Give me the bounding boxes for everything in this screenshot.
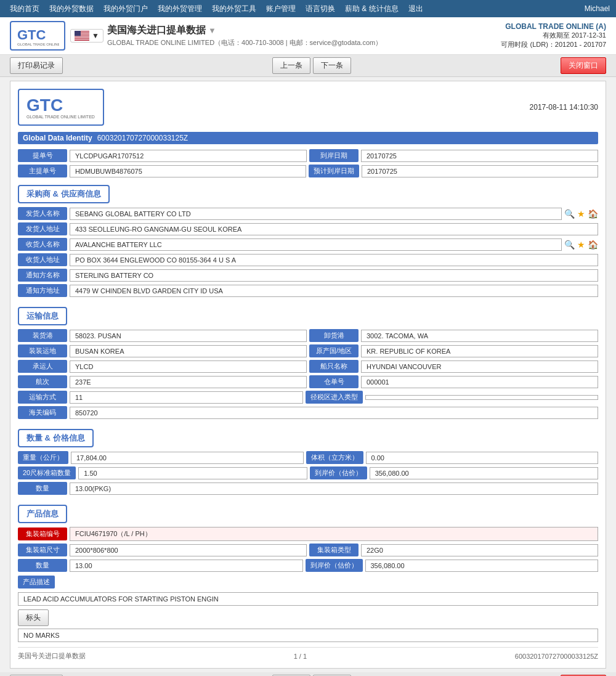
nav-home[interactable]: 我的首页 (6, 2, 43, 15)
prev-button[interactable]: 上一条 (272, 57, 310, 74)
transport-mode-label: 运输方式 (18, 391, 67, 404)
product-header: 产品信息 (18, 505, 67, 523)
notify-name-value: STERLING BATTERY CO (70, 269, 598, 282)
buyer-supplier-section: 采购商 & 供应商信息 发货人名称 SEBANG GLOBAL BATTERY … (18, 180, 598, 297)
toolbar-right: 关闭窗口 (561, 57, 606, 74)
doc-footer-id: 600320170727000033125Z (515, 653, 598, 660)
volume-value: 0.00 (366, 452, 599, 464)
origin-value: KR. REPUBLIC OF KOREA (361, 345, 598, 357)
print-button[interactable]: 打印易记录 (10, 57, 63, 74)
notify-addr-row: 通知方地址 4479 W CHINDEN BLVD GARDEN CITY ID… (18, 284, 598, 297)
svg-rect-7 (75, 38, 89, 38)
container-size-label: 集装箱尺寸 (18, 544, 67, 556)
contact-info: GTC GLOBAL TRADE ONLINE LIMITED（电话：400-7… (107, 38, 382, 47)
nav-account[interactable]: 账户管理 (262, 2, 299, 15)
consignee-home-icon[interactable]: 🏠 (588, 240, 598, 250)
est-arrival-value: 20170725 (362, 165, 598, 177)
weight-value: 17,804.00 (71, 452, 304, 464)
nav-language[interactable]: 语言切换 (302, 2, 339, 15)
nav-links: 我的首页 我的外贸数据 我的外贸门户 我的外贸管理 我的外贸工具 账户管理 语言… (6, 2, 427, 15)
discharge-port-value: 3002. TACOMA, WA (361, 330, 598, 342)
description-value: LEAD ACID ACCUMULATORS FOR STARTING PIST… (18, 592, 598, 606)
container-no-value: FCIU4671970（/L / PH） (70, 527, 598, 541)
close-button[interactable]: 关闭窗口 (561, 57, 606, 74)
voyage-label: 航次 (18, 375, 67, 388)
svg-rect-6 (75, 36, 89, 36)
expire-info: 有效期至 2017-12-31 (501, 31, 606, 40)
notify-name-label: 通知方名称 (18, 269, 67, 282)
shipper-addr-row: 发货人地址 433 SEOLLEUNG-RO GANGNAM-GU SEOUL … (18, 222, 598, 235)
nav-trade-management[interactable]: 我的外贸管理 (154, 2, 206, 15)
bottom-toolbar: 打印易记录 上一条 下一条 关闭窗口 (0, 672, 616, 676)
customs-code-value: 850720 (70, 407, 598, 419)
gdi-value: 600320170727000033125Z (97, 134, 188, 142)
buyer-supplier-header: 采购商 & 供应商信息 (18, 185, 110, 203)
flag-selector[interactable]: ▼ (70, 29, 103, 43)
quantity-value: 13.00(PKG) (70, 483, 598, 495)
shipper-star-icon[interactable]: ★ (577, 209, 585, 219)
loading-port-row: 装货港 58023. PUSAN 卸货港 3002. TACOMA, WA (18, 329, 598, 342)
container-no-row: 集装箱编号 FCIU4671970（/L / PH） (18, 527, 598, 541)
prod-cif-value: 356,080.00 (365, 560, 599, 572)
nav-trade-portal[interactable]: 我的外贸门户 (100, 2, 152, 15)
svg-text:GLOBAL TRADE ONLINE LIMITED: GLOBAL TRADE ONLINE LIMITED (17, 43, 59, 46)
main-bill-row: 主提单号 HDMUBUWB4876075 预计到岸日期 20170725 (18, 165, 598, 177)
customs-code-row: 海关编码 850720 (18, 406, 598, 419)
container-type-value: 22G0 (361, 544, 598, 556)
global-data-identity: Global Data Identity 6003201707270000331… (18, 132, 598, 144)
consignee-name-value: AVALANCHE BATTERY LLC (70, 238, 562, 251)
loading-place-label: 装装运地 (18, 344, 67, 357)
quantity-price-section: 数量 & 价格信息 重量（公斤） 17,804.00 体积（立方米） 0.00 … (18, 424, 598, 495)
svg-text:GTC: GTC (17, 27, 46, 43)
vessel-value: HYUNDAI VANCOUVER (361, 360, 598, 373)
arrival-date-label: 到岸日期 (309, 149, 359, 162)
nav-trade-data[interactable]: 我的外贸数据 (46, 2, 97, 15)
nav-trade-tools[interactable]: 我的外贸工具 (208, 2, 260, 15)
shipper-addr-label: 发货人地址 (18, 222, 67, 235)
consignee-addr-label: 收货人地址 (18, 253, 67, 266)
svg-text:GTC: GTC (26, 96, 63, 115)
brand-name: GLOBAL TRADE ONLINE (A) (501, 22, 606, 31)
notify-addr-value: 4479 W CHINDEN BLVD GARDEN CITY ID USA (70, 285, 598, 297)
customs-code-label: 海关编码 (18, 406, 67, 419)
description-area: 产品描述 LEAD ACID ACCUMULATORS FOR STARTING… (18, 576, 598, 606)
weight-label: 重量（公斤） (18, 451, 68, 464)
account-info: GLOBAL TRADE ONLINE (A) 有效期至 2017-12-31 … (501, 22, 606, 49)
svg-rect-9 (75, 31, 81, 36)
weight-row: 重量（公斤） 17,804.00 体积（立方米） 0.00 (18, 451, 598, 464)
cif-price-value: 356,080.00 (370, 467, 598, 479)
consignee-name-label: 收货人名称 (18, 238, 67, 251)
voyage-row: 航次 237E 仓单号 000001 (18, 375, 598, 388)
mark-area: 标头 NO MARKS (18, 609, 598, 642)
ftz-entry-label: 径税区进入类型 (306, 391, 363, 404)
bill-no-row: 提单号 YLCDPUGAR1707512 到岸日期 20170725 (18, 149, 598, 162)
shipper-search-icon[interactable]: 🔍 (564, 209, 575, 219)
nav-logout[interactable]: 退出 (405, 2, 427, 15)
prod-quantity-value: 13.00 (70, 560, 303, 572)
consignee-search-icon[interactable]: 🔍 (564, 240, 575, 250)
transport-header: 运输信息 (18, 307, 67, 325)
mark-button[interactable]: 标头 (18, 609, 49, 626)
next-button[interactable]: 下一条 (313, 57, 351, 74)
prod-cif-label: 到岸价（估价） (306, 559, 363, 572)
transport-section: 运输信息 装货港 58023. PUSAN 卸货港 3002. TACOMA, … (18, 302, 598, 419)
toolbar-center: 上一条 下一条 (272, 57, 351, 74)
loading-place-row: 装装运地 BUSAN KOREA 原产国/地区 KR. REPUBLIC OF … (18, 344, 598, 357)
loading-port-label: 装货港 (18, 329, 67, 342)
doc-footer-title: 美国号关进口提单数据 (18, 651, 86, 661)
document-header: GTC GLOBAL TRADE ONLINE LIMITED 2017-08-… (18, 89, 598, 126)
shipper-home-icon[interactable]: 🏠 (588, 209, 598, 219)
consignee-name-row: 收货人名称 AVALANCHE BATTERY LLC 🔍 ★ 🏠 (18, 238, 598, 251)
nav-help-stats[interactable]: 薪助 & 统计信息 (341, 2, 402, 15)
title-dropdown-icon[interactable]: ▼ (208, 26, 216, 35)
container-size-value: 2000*806*800 (70, 544, 307, 556)
doc-date: 2017-08-11 14:10:30 (530, 103, 598, 112)
carrier-value: YLCD (70, 360, 307, 373)
page-header: GTC GLOBAL TRADE ONLINE LIMITED ▼ (0, 17, 616, 55)
notify-name-row: 通知方名称 STERLING BATTERY CO (18, 269, 598, 282)
container-no-label: 集装箱编号 (18, 527, 67, 540)
quantity-label: 数量 (18, 482, 67, 495)
consignee-star-icon[interactable]: ★ (577, 240, 585, 250)
prod-quantity-label: 数量 (18, 559, 67, 572)
voyage-value: 237E (70, 376, 307, 388)
